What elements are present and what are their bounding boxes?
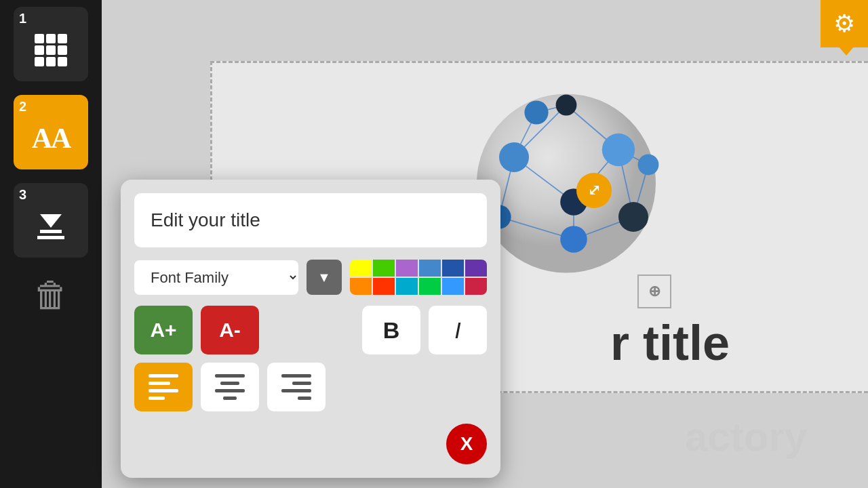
sidebar-btn3-number: 3 — [19, 187, 26, 203]
close-button[interactable]: X — [446, 424, 487, 464]
font-aa-icon: AA — [32, 122, 71, 155]
decrease-size-button[interactable]: A- — [201, 306, 259, 354]
dropdown-arrow-button[interactable]: ▼ — [307, 260, 342, 295]
svg-point-14 — [556, 95, 577, 116]
color-red[interactable] — [373, 278, 395, 295]
close-icon: X — [460, 433, 473, 455]
align-center-icon — [215, 374, 245, 400]
align-left-button[interactable] — [134, 363, 193, 411]
bold-button[interactable]: B — [362, 306, 420, 354]
gear-icon: ⚙ — [833, 9, 855, 38]
color-blue[interactable] — [442, 260, 464, 277]
sidebar-item-trash[interactable]: 🗑 — [27, 271, 75, 319]
add-element-button-1[interactable]: ⊕ — [637, 274, 671, 308]
align-left-icon — [149, 374, 178, 400]
align-right-button[interactable] — [267, 363, 326, 411]
svg-point-22 — [560, 226, 587, 253]
color-teal[interactable] — [419, 278, 441, 295]
title-input-area[interactable] — [134, 193, 487, 247]
increase-size-button[interactable]: A+ — [134, 306, 193, 354]
svg-point-21 — [618, 202, 648, 232]
sidebar-item-font[interactable]: 2 AA — [14, 95, 88, 169]
italic-icon: I — [454, 317, 460, 344]
svg-point-15 — [499, 142, 529, 172]
gear-tail — [838, 46, 854, 56]
color-palette — [350, 260, 487, 295]
grid-icon — [35, 34, 67, 66]
font-editor-dialog: Font Family ▼ A+ A- — [121, 180, 500, 478]
align-row — [134, 363, 487, 411]
color-purple[interactable] — [396, 260, 418, 277]
sidebar-btn1-number: 1 — [19, 11, 26, 26]
sidebar-btn2-number: 2 — [19, 99, 26, 115]
color-dark-purple[interactable] — [465, 260, 487, 277]
svg-point-18 — [638, 155, 659, 176]
font-family-select[interactable]: Font Family — [134, 260, 298, 295]
color-cyan[interactable] — [396, 278, 418, 295]
sidebar-item-download[interactable]: 3 — [14, 183, 88, 258]
bold-icon: B — [383, 317, 400, 344]
font-family-row: Font Family ▼ — [134, 260, 487, 295]
italic-button[interactable]: I — [429, 306, 487, 354]
color-dark-red[interactable] — [465, 278, 487, 295]
trash-icon: 🗑 — [33, 277, 68, 312]
download-icon — [37, 214, 64, 239]
crosshair-icon-1: ⊕ — [648, 283, 660, 300]
color-yellow[interactable] — [350, 260, 372, 277]
svg-point-17 — [602, 134, 635, 166]
color-sky-blue[interactable] — [442, 278, 464, 295]
align-right-icon — [281, 374, 311, 400]
svg-point-16 — [524, 100, 548, 124]
canvas-subtitle-text: actory — [685, 413, 807, 460]
align-center-button[interactable] — [201, 363, 259, 411]
color-light-blue[interactable] — [419, 260, 441, 277]
decrease-size-icon: A- — [219, 319, 241, 342]
title-input[interactable] — [151, 209, 471, 231]
chevron-down-icon: ▼ — [317, 270, 331, 285]
color-green[interactable] — [373, 260, 395, 277]
settings-gear-button[interactable]: ⚙ — [821, 0, 868, 47]
format-row: A+ A- B I — [134, 306, 487, 354]
sidebar: 1 2 AA 3 🗑 — [0, 0, 102, 488]
sidebar-item-grid[interactable]: 1 — [14, 7, 88, 81]
increase-size-icon: A+ — [150, 319, 176, 342]
expand-arrows-icon: ⤢ — [588, 182, 600, 199]
color-orange[interactable] — [350, 278, 372, 295]
expand-icon[interactable]: ⤢ — [576, 173, 612, 208]
canvas-title-text: r title — [610, 315, 730, 371]
